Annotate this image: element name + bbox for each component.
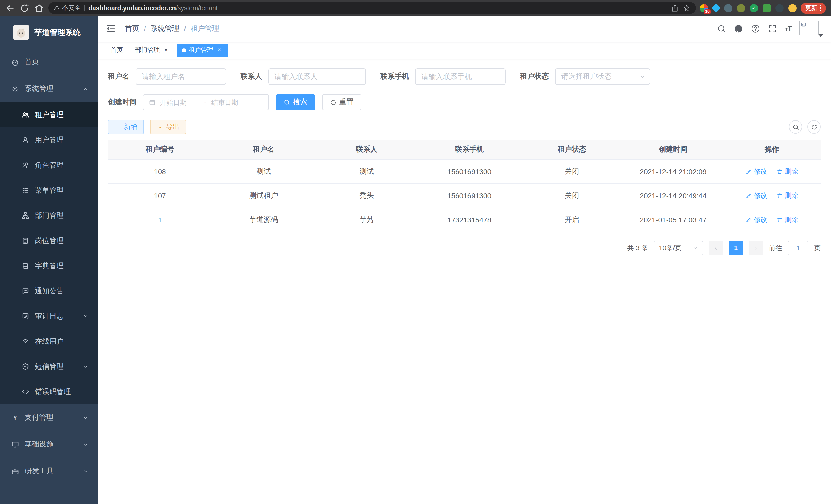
export-button[interactable]: 导出: [150, 120, 186, 134]
extension-icon-5[interactable]: ✓: [750, 4, 758, 12]
tenant-name-input[interactable]: [136, 68, 226, 85]
fullscreen-icon[interactable]: [768, 24, 777, 33]
col-created: 创建时间: [623, 140, 723, 159]
avatar-menu[interactable]: [799, 21, 823, 37]
tag-tenant[interactable]: 租户管理 ×: [177, 43, 228, 57]
divider: [84, 5, 85, 11]
delete-button[interactable]: 删除: [776, 191, 798, 200]
sidebar-item-dict[interactable]: 字典管理: [0, 253, 98, 278]
sidebar-item-menu[interactable]: 菜单管理: [0, 178, 98, 203]
edit-button[interactable]: 修改: [746, 167, 767, 176]
address-bar[interactable]: 不安全 dashboard.yudao.iocoder.cn/system/te…: [48, 2, 696, 14]
sidebar-item-notice[interactable]: 通知公告: [0, 278, 98, 304]
page-1-button[interactable]: 1: [729, 241, 743, 255]
search-icon: [284, 99, 290, 106]
toolbox-icon: [11, 467, 19, 475]
filter-row-1: 租户名 联系人 联系手机 租户状态 请选择租户状态: [108, 68, 821, 85]
home-icon[interactable]: [34, 3, 44, 13]
edit-button[interactable]: 修改: [746, 191, 767, 200]
sidebar-item-system[interactable]: 系统管理: [0, 76, 98, 102]
user-icon: [22, 136, 29, 144]
trash-icon: [776, 192, 783, 199]
sidebar-item-sms[interactable]: 短信管理: [0, 354, 98, 379]
browser-menu-icon[interactable]: [820, 5, 821, 11]
goto-label: 前往: [769, 243, 782, 253]
goto-page-input[interactable]: [788, 241, 808, 255]
extension-icon-6[interactable]: [763, 4, 771, 12]
date-range-picker[interactable]: -: [143, 94, 269, 111]
screen: 不安全 dashboard.yudao.iocoder.cn/system/te…: [0, 0, 831, 504]
share-icon[interactable]: [671, 4, 679, 12]
contact-input[interactable]: [268, 68, 366, 85]
phone-input[interactable]: [415, 68, 506, 85]
sidebar-item-tenant[interactable]: 租户管理: [0, 102, 98, 127]
sidebar-item-role[interactable]: 角色管理: [0, 153, 98, 178]
sidebar-item-online[interactable]: 在线用户: [0, 329, 98, 354]
sidebar-item-errcode[interactable]: 错误码管理: [0, 379, 98, 404]
back-icon[interactable]: [5, 3, 16, 13]
date-start-input[interactable]: [160, 98, 199, 106]
date-end-input[interactable]: [211, 98, 251, 106]
status-text: 开启: [521, 208, 623, 232]
sidebar-item-user[interactable]: 用户管理: [0, 127, 98, 153]
extension-icon-2[interactable]: [712, 3, 721, 13]
chevron-down-icon: [83, 364, 88, 369]
refresh-icon: [811, 124, 818, 130]
browser-update-button[interactable]: 更新: [801, 2, 826, 13]
next-page-button[interactable]: [749, 241, 763, 255]
status-select[interactable]: 请选择租户状态: [555, 68, 650, 85]
col-tenant-id: 租户编号: [108, 140, 212, 159]
logo[interactable]: 芋道管理系统: [0, 16, 98, 49]
close-icon[interactable]: ×: [163, 47, 170, 54]
pen-icon: [746, 192, 752, 199]
caret-down-icon: [819, 34, 823, 37]
add-button[interactable]: 新增: [108, 120, 144, 134]
breadcrumb-system[interactable]: 系统管理: [150, 24, 179, 33]
refresh-table-button[interactable]: [807, 120, 821, 134]
extension-icon-4[interactable]: [737, 4, 745, 12]
sidebar-item-payment[interactable]: ¥ 支付管理: [0, 404, 98, 431]
tag-dept[interactable]: 部门管理 ×: [131, 43, 174, 57]
extension-icon-8[interactable]: [789, 4, 797, 12]
download-icon: [157, 124, 164, 130]
security-label: 不安全: [62, 4, 81, 12]
search-icon[interactable]: [717, 24, 726, 33]
warning-icon: [53, 5, 60, 11]
bookmark-star-icon[interactable]: [683, 4, 691, 12]
delete-button[interactable]: 删除: [776, 167, 798, 176]
edit-note-icon: [22, 313, 29, 320]
tag-home[interactable]: 首页: [106, 43, 127, 57]
col-phone: 联系手机: [418, 140, 521, 159]
sidebar-item-infra[interactable]: 基础设施: [0, 431, 98, 458]
page-size-select[interactable]: 10条/页: [654, 241, 703, 255]
url-text[interactable]: dashboard.yudao.iocoder.cn/system/tenant: [88, 4, 667, 11]
extension-icon-7[interactable]: [775, 4, 784, 12]
sidebar-item-home[interactable]: 首页: [0, 49, 98, 76]
delete-button[interactable]: 删除: [776, 215, 798, 224]
book-icon: [22, 262, 29, 270]
extension-icon-1[interactable]: 10: [700, 4, 708, 12]
font-size-icon[interactable]: TT: [785, 25, 792, 33]
edit-button[interactable]: 修改: [746, 215, 767, 224]
close-icon[interactable]: ×: [216, 47, 223, 54]
status-text: 关闭: [521, 183, 623, 208]
yen-icon: ¥: [11, 414, 19, 421]
table-row: 107 测试租户 秃头 15601691300 关闭 2021-12-14 20…: [108, 183, 821, 208]
reset-button[interactable]: 重置: [322, 94, 361, 111]
github-icon[interactable]: [734, 24, 743, 33]
sidebar-item-post[interactable]: 岗位管理: [0, 228, 98, 253]
breadcrumb-home[interactable]: 首页: [125, 24, 139, 33]
prev-page-button[interactable]: [709, 241, 723, 255]
search-button[interactable]: 搜索: [276, 94, 315, 111]
sidebar-item-dept[interactable]: 部门管理: [0, 203, 98, 228]
collapse-sidebar-icon[interactable]: [106, 24, 116, 34]
sidebar-item-audit[interactable]: 审计日志: [0, 304, 98, 329]
tags-view: 首页 部门管理 × 租户管理 ×: [98, 41, 831, 59]
reload-icon[interactable]: [20, 3, 30, 13]
refresh-icon: [330, 99, 337, 106]
toggle-search-button[interactable]: [789, 120, 802, 134]
help-icon[interactable]: [751, 24, 760, 33]
extension-icon-3[interactable]: [724, 4, 732, 12]
sidebar-item-dev[interactable]: 研发工具: [0, 458, 98, 484]
security-warning[interactable]: 不安全: [53, 4, 81, 12]
